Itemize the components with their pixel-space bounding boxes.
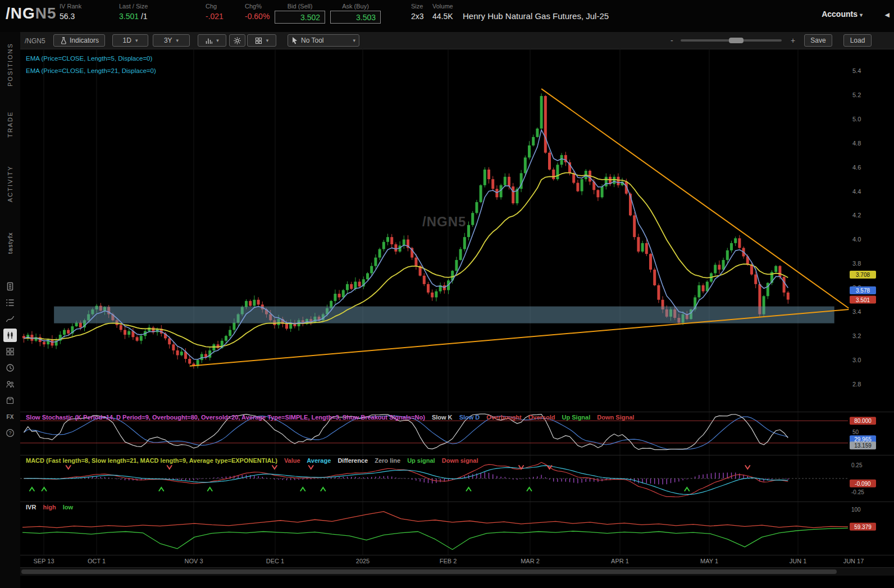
size-field: Size 2x3 bbox=[411, 3, 424, 21]
svg-text:-0.25: -0.25 bbox=[851, 489, 864, 495]
load-button[interactable]: Load bbox=[843, 34, 872, 47]
svg-text:-0.090: -0.090 bbox=[855, 481, 871, 487]
horizontal-scrollbar[interactable] bbox=[20, 567, 894, 576]
left-rail: POSITIONS TRADE ACTIVITY tastyfx FX ? bbox=[0, 32, 21, 588]
legend-ivr-low: low bbox=[63, 504, 73, 510]
ema5-legend[interactable]: EMA (Price=CLOSE, Length=5, Displace=0) bbox=[26, 52, 156, 65]
legend-value: Value bbox=[284, 457, 300, 464]
layout-dropdown[interactable]: ▾ bbox=[247, 34, 276, 47]
time-axis-label: NOV 3 bbox=[184, 558, 203, 564]
save-button[interactable]: Save bbox=[804, 34, 832, 47]
legend-difference: Difference bbox=[337, 457, 368, 464]
range-dropdown[interactable]: 3Y▾ bbox=[153, 34, 190, 47]
svg-text:2.8: 2.8 bbox=[852, 381, 861, 388]
watchlist-icon[interactable] bbox=[0, 294, 20, 311]
legend-up-signal: Up Signal bbox=[562, 414, 591, 421]
svg-text:3.2: 3.2 bbox=[852, 332, 861, 339]
ask-label: Ask (Buy) bbox=[330, 3, 381, 10]
grid-icon[interactable] bbox=[0, 343, 20, 359]
stochastic-title[interactable]: Slow Stochastic (K Period=14, D Period=9… bbox=[26, 414, 425, 421]
rail-icon-list: FX ? bbox=[0, 278, 20, 441]
scrollbar-thumb[interactable] bbox=[21, 569, 837, 574]
legend-down-signal: Down signal bbox=[442, 457, 478, 464]
traders-icon[interactable] bbox=[0, 376, 20, 392]
volume-label: Volume bbox=[432, 3, 453, 10]
bid-field: Bid (Sell) 3.502 bbox=[275, 3, 325, 24]
time-axis: SEP 13OCT 1NOV 3DEC 12025FEB 2MAR 2APR 1… bbox=[20, 555, 894, 567]
fx-icon[interactable]: FX bbox=[0, 408, 20, 425]
gear-icon bbox=[233, 37, 241, 45]
svg-text:3.708: 3.708 bbox=[856, 272, 870, 278]
chg-value: -.021 bbox=[206, 12, 224, 21]
time-axis-label: JUN 17 bbox=[843, 558, 864, 564]
svg-text:80.000: 80.000 bbox=[854, 418, 872, 424]
ask-field: Ask (Buy) 3.503 bbox=[330, 3, 381, 24]
time-axis-label: MAR 2 bbox=[521, 558, 540, 564]
svg-text:5.0: 5.0 bbox=[852, 116, 861, 122]
price-chart-canvas[interactable]: 5.45.25.04.84.64.44.24.03.83.63.43.23.02… bbox=[20, 49, 894, 412]
accounts-dropdown[interactable]: Accounts▾ bbox=[822, 10, 863, 19]
svg-text:3.8: 3.8 bbox=[852, 260, 861, 267]
macd-title[interactable]: MACD (Fast length=8, Slow length=21, MAC… bbox=[26, 457, 277, 464]
tab-positions[interactable]: POSITIONS bbox=[0, 38, 20, 92]
chevron-down-icon: ▾ bbox=[353, 38, 355, 43]
chg-pct-field: Chg% -0.60% bbox=[245, 3, 270, 21]
last-size-label: Last / Size bbox=[119, 3, 148, 10]
ema-legend: EMA (Price=CLOSE, Length=5, Displace=0) … bbox=[26, 52, 156, 77]
zoom-slider[interactable] bbox=[681, 39, 782, 42]
document-icon[interactable] bbox=[0, 278, 20, 294]
tab-trade[interactable]: TRADE bbox=[0, 97, 20, 151]
iv-rank-label: IV Rank bbox=[60, 3, 81, 10]
chevron-down-icon: ▾ bbox=[216, 38, 219, 43]
legend-ivr-high: high bbox=[43, 504, 56, 510]
history-clock-icon[interactable] bbox=[0, 359, 20, 376]
svg-text:3.501: 3.501 bbox=[856, 297, 870, 303]
svg-text:5.2: 5.2 bbox=[852, 92, 861, 98]
candlestick-chart-icon[interactable] bbox=[0, 327, 20, 343]
drawing-tool-dropdown[interactable]: No Tool ▾ bbox=[288, 34, 359, 47]
chart-watermark: /NGN5 bbox=[422, 214, 466, 230]
chg-pct-label: Chg% bbox=[245, 3, 270, 10]
zoom-out-button[interactable]: - bbox=[670, 36, 673, 45]
ema21-legend[interactable]: EMA (Price=CLOSE, Length=21, Displace=0) bbox=[26, 65, 156, 77]
volume-value: 44.5K bbox=[432, 12, 453, 21]
settings-button[interactable] bbox=[229, 34, 245, 47]
tab-tastyfx[interactable]: tastyfx bbox=[0, 216, 20, 270]
help-icon[interactable]: ? bbox=[0, 425, 20, 441]
time-axis-label: OCT 1 bbox=[88, 558, 106, 564]
ivr-panel-canvas[interactable]: 10059.379 bbox=[20, 502, 894, 555]
bid-button[interactable]: 3.502 bbox=[275, 11, 325, 24]
svg-text:0.25: 0.25 bbox=[851, 462, 863, 468]
curve-analysis-icon[interactable] bbox=[0, 311, 20, 327]
legend-up-signal: Up signal bbox=[407, 457, 435, 464]
indicators-button[interactable]: Indicators bbox=[53, 34, 105, 47]
package-icon[interactable] bbox=[0, 392, 20, 408]
ivr-title[interactable]: IVR bbox=[26, 504, 36, 510]
macd-study-header: MACD (Fast length=8, Slow length=21, MAC… bbox=[26, 457, 484, 464]
chg-field: Chg -.021 bbox=[206, 3, 224, 21]
svg-text:4.2: 4.2 bbox=[852, 212, 861, 218]
legend-average: Average bbox=[307, 457, 331, 464]
zoom-in-button[interactable]: + bbox=[791, 36, 795, 45]
svg-text:59.379: 59.379 bbox=[854, 524, 872, 530]
zoom-slider-thumb[interactable] bbox=[729, 38, 744, 43]
timeframe-dropdown[interactable]: 1D▾ bbox=[112, 34, 148, 47]
legend-down-signal: Down Signal bbox=[597, 414, 634, 421]
time-axis-label: 2025 bbox=[356, 558, 370, 564]
size-label: Size bbox=[411, 3, 424, 10]
chg-pct-value: -0.60% bbox=[245, 12, 270, 21]
instrument-description: Henry Hub Natural Gas Futures, Jul-25 bbox=[463, 11, 609, 21]
iv-rank-value: 56.3 bbox=[60, 12, 81, 21]
legend-zero-line: Zero line bbox=[375, 457, 400, 464]
quote-header: /NGN5 IV Rank 56.3 Last / Size 3.501 /1 … bbox=[0, 0, 894, 33]
symbol-suffix: N5 bbox=[35, 4, 57, 22]
ask-button[interactable]: 3.503 bbox=[330, 11, 381, 24]
size-value: 2x3 bbox=[411, 12, 424, 21]
chg-label: Chg bbox=[206, 3, 224, 10]
chevron-down-icon: ▾ bbox=[860, 12, 863, 18]
chart-type-dropdown[interactable]: ▾ bbox=[198, 34, 226, 47]
legend-slow-d: Slow D bbox=[459, 414, 480, 421]
time-axis-label: JUN 1 bbox=[790, 558, 807, 564]
tab-activity[interactable]: ACTIVITY bbox=[0, 157, 20, 211]
collapse-panel-icon[interactable]: ◀ bbox=[885, 11, 890, 19]
